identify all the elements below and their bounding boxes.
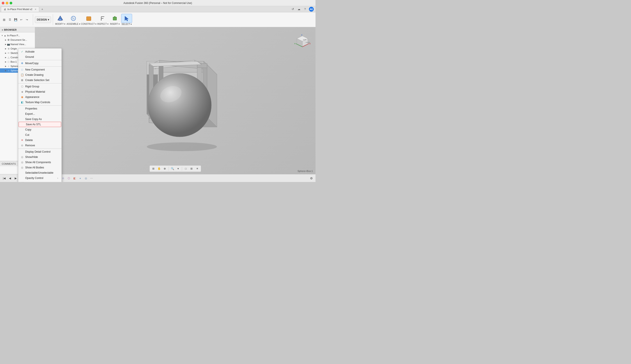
construct-icon	[85, 15, 92, 22]
help-icon[interactable]: ?	[303, 7, 307, 12]
menu-item-export[interactable]: Export...	[18, 111, 62, 116]
timeline-play-icon[interactable]: ▶	[13, 176, 18, 181]
expand-icon-s2[interactable]: ▶	[5, 65, 7, 68]
tree-item-document-settings[interactable]: ▶ ⚙ Document Se...	[0, 38, 35, 42]
tree-item-named-views[interactable]: ▶ 📷 Named View...	[0, 42, 35, 46]
timeline-timeline-icon[interactable]: ⋯	[89, 176, 94, 181]
timeline-section-icon[interactable]: ◧	[72, 176, 77, 181]
menu-item-properties[interactable]: Properties	[18, 106, 62, 111]
menu-item-opacity-control[interactable]: Opacity Control ›	[18, 176, 62, 181]
modify-button[interactable]	[55, 14, 66, 23]
zoom-options-icon[interactable]: ▾	[176, 166, 181, 171]
expand-icon-nv[interactable]: ▶	[5, 43, 7, 46]
menu-item-cut[interactable]: Cut	[18, 132, 62, 138]
grid-icon[interactable]: ⊞	[2, 17, 7, 22]
expand-icon-or[interactable]: ▶	[5, 47, 7, 50]
menu-label-isolate: Isolate	[25, 182, 33, 182]
tree-item-root[interactable]: ▼ ▲ In-Place P...	[0, 33, 35, 38]
timeline-sim-icon[interactable]: ◎	[84, 176, 88, 181]
tree-label-ds: Document Se...	[11, 38, 27, 41]
menu-item-delete[interactable]: ✕ Delete	[18, 138, 62, 143]
menu-item-move-copy[interactable]: ✥ Move/Copy	[18, 61, 62, 66]
viewport-toolbar: ⊞ ✋ ⊕ 🔍 ▾ □ ⊞ ☀	[149, 165, 201, 172]
select-icon	[123, 15, 130, 22]
cloud-icon[interactable]: ☁	[297, 7, 301, 12]
expand-icon-ds[interactable]: ▶	[5, 38, 7, 41]
isolate-icon: ⬜	[20, 182, 24, 182]
expand-icon-co[interactable]: ▶	[5, 56, 7, 59]
menu-item-show-all-components[interactable]: ◎ Show All Components	[18, 160, 62, 165]
timeline-pattern-icon[interactable]: ⬡	[66, 176, 71, 181]
copy-icon	[20, 128, 24, 132]
settings-bottom-icon[interactable]: ⚙	[309, 176, 314, 181]
expand-icon-b1[interactable]: ▶	[5, 60, 7, 63]
menu-item-remove[interactable]: ⊖ Remove	[18, 143, 62, 148]
menu-item-save-copy-as[interactable]: Save Copy As	[18, 116, 62, 122]
menu-item-ground[interactable]: Ground	[18, 54, 62, 60]
menu-item-activate[interactable]: ✓ Activate	[18, 49, 62, 54]
expand-icon-sk[interactable]: ▶	[5, 52, 7, 54]
assemble-button[interactable]: fx	[68, 14, 79, 23]
expand-icon[interactable]: ▼	[1, 34, 4, 37]
minimize-window-button[interactable]	[6, 2, 8, 4]
menu-item-physical-material[interactable]: ◈ Physical Material	[18, 89, 62, 94]
menu-item-create-selection-set[interactable]: ⊞ Create Selection Set	[18, 78, 62, 83]
active-tab[interactable]: 🖨 In-Place Print Model v2 ✕	[1, 6, 39, 12]
menu-item-selectable[interactable]: Selectable/Unselectable	[18, 170, 62, 176]
toolbar-group-inspect: INSPECT ▾	[97, 14, 109, 25]
nav-cube[interactable]: TOP FRONT X Z Y	[294, 32, 311, 49]
avatar[interactable]: AE	[309, 7, 314, 12]
tab-icon: 🖨	[4, 8, 6, 10]
menu-item-show-hide[interactable]: ◎ Show/Hide	[18, 154, 62, 160]
menu-item-appearance[interactable]: ◉ Appearance	[18, 94, 62, 100]
undo-icon[interactable]: ↩	[19, 17, 24, 22]
window-controls	[2, 2, 12, 4]
tree-label-root: In-Place P...	[7, 34, 20, 37]
fit-view-icon[interactable]: ⊞	[151, 166, 156, 171]
zoom-icon[interactable]: 🔍	[170, 166, 175, 171]
menu-item-isolate[interactable]: ⬜ Isolate	[18, 181, 62, 182]
toolbar-group-insert-items	[109, 14, 120, 23]
select-button[interactable]	[121, 14, 132, 23]
inspect-label: INSPECT ▾	[97, 23, 109, 25]
construct-button[interactable]	[83, 14, 94, 23]
menu-item-copy[interactable]: Copy	[18, 127, 62, 132]
menu-icon[interactable]: ☰	[8, 17, 12, 22]
timeline-sphere-icon[interactable]: ●	[78, 176, 83, 181]
menu-item-display-detail[interactable]: Display Detail Control	[18, 149, 62, 154]
expand-icon-ss[interactable]: ▶	[5, 69, 7, 72]
refresh-icon[interactable]: ↺	[291, 7, 295, 12]
svg-text:X: X	[309, 43, 311, 45]
close-window-button[interactable]	[2, 2, 5, 4]
maximize-window-button[interactable]	[10, 2, 12, 4]
new-tab-button[interactable]: +	[40, 7, 45, 12]
selectable-icon	[20, 171, 24, 174]
timeline-prev-icon[interactable]: ◀	[8, 176, 12, 181]
toolbar-group-assemble-items: fx	[68, 14, 79, 23]
menu-item-texture-map[interactable]: ◧ Texture Map Controls	[18, 100, 62, 105]
vp-divider1	[169, 167, 169, 170]
camera-icon: 📷	[7, 43, 10, 46]
pan-icon[interactable]: ⊕	[162, 166, 167, 171]
timeline-start-icon[interactable]: |◀	[2, 176, 7, 181]
menu-item-save-as-stl[interactable]: Save As STL	[19, 122, 61, 127]
tab-close-icon[interactable]: ✕	[35, 8, 36, 10]
design-mode-button[interactable]: DESIGN ▾	[35, 16, 51, 23]
redo-icon[interactable]: ↪	[25, 17, 29, 22]
save-icon[interactable]: 💾	[13, 17, 18, 22]
insert-button[interactable]	[109, 14, 120, 23]
grid-view-icon[interactable]: ⊞	[189, 166, 194, 171]
tab-right-controls: ↺ ☁ ? AE	[291, 7, 316, 12]
svg-rect-11	[113, 17, 117, 20]
assemble-label: ASSEMBLE ▾	[67, 23, 80, 25]
properties-icon	[20, 107, 24, 110]
orbit-icon[interactable]: ✋	[157, 166, 162, 171]
menu-item-rigid-group[interactable]: ⬡ Rigid Group	[18, 84, 62, 89]
menu-item-create-drawing[interactable]: 📋 Create Drawing	[18, 72, 62, 78]
menu-item-new-component[interactable]: □ New Component	[18, 67, 62, 72]
display-mode-icon[interactable]: □	[183, 166, 188, 171]
environment-icon[interactable]: ☀	[195, 166, 200, 171]
inspect-button[interactable]	[98, 14, 109, 23]
browser-collapse-icon[interactable]: «	[2, 28, 3, 31]
menu-item-show-all-bodies[interactable]: ◎ Show All Bodies	[18, 165, 62, 170]
